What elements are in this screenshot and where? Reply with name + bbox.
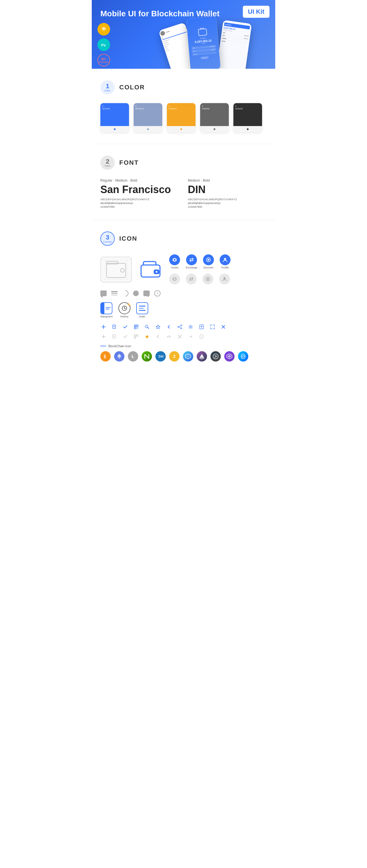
icon-section: 3 THREE ICON: [92, 220, 275, 373]
svg-marker-59: [228, 355, 231, 358]
font-section-header: 2 TWO FONT: [101, 156, 266, 170]
svg-rect-33: [137, 328, 137, 329]
zcash-icon: Z: [169, 351, 179, 362]
check-gray-icon: [122, 334, 129, 340]
blockchain-text: BlockChain Icon: [108, 344, 131, 348]
svg-point-49: [201, 336, 202, 336]
font-din-numbers: 1234567890: [188, 206, 266, 208]
star-icon: [155, 324, 161, 330]
svg-point-19: [174, 278, 175, 280]
svg-rect-31: [137, 327, 137, 328]
svg-point-18: [224, 258, 226, 260]
font-sf-numbers: 1234567890: [101, 206, 179, 208]
info-gray-icon: [198, 334, 205, 340]
svg-rect-43: [135, 335, 135, 336]
screens-badge: 60+ Screens: [97, 54, 110, 66]
font-section: 2 TWO FONT Regular · Medium · Bold San F…: [92, 144, 275, 220]
management-icon: [101, 302, 112, 314]
discover-gray-col: [202, 274, 213, 284]
order-icon-col: Order: [136, 302, 148, 318]
sketch-badge: [97, 23, 110, 35]
svg-point-38: [181, 328, 182, 329]
qr-icon: [133, 324, 139, 330]
history-icon-col: History: [118, 302, 131, 318]
wallet-icon-grid: [101, 257, 132, 282]
section-number-1: 1 ONE: [101, 80, 115, 95]
stack-icon: [111, 291, 117, 296]
font-din-name: DIN: [188, 184, 266, 196]
font-sf-lowercase: abcdefghijklmnopqrstuvwxyz: [101, 202, 179, 205]
discover-label: Discover: [204, 266, 214, 269]
chevron-left-icon: [166, 324, 172, 330]
order-label: Order: [139, 315, 145, 318]
wallet-icon-blue-container: [138, 258, 163, 281]
svg-rect-45: [137, 335, 138, 336]
svg-text:Ł: Ł: [132, 354, 134, 359]
svg-point-17: [207, 259, 209, 261]
assets-gray-col: [169, 274, 180, 284]
swatch-grayblue: #8DA0C8: [134, 103, 162, 132]
arweave-icon: [197, 351, 207, 362]
arrows-gray-icon: [166, 334, 172, 340]
ps-badge: Ps: [97, 38, 110, 51]
order-icon: [136, 302, 148, 314]
svg-text:DASH: DASH: [159, 355, 164, 358]
grid-icon: [183, 351, 193, 362]
swatch-dark: #303030: [233, 103, 262, 132]
icon-title: ICON: [119, 235, 137, 242]
gear-icon: [188, 324, 194, 330]
arrow-right-gray-icon: [188, 334, 194, 340]
ethereum-icon: [114, 351, 124, 362]
nav-icons-row-2: [169, 274, 230, 284]
svg-rect-26: [135, 326, 135, 326]
swatch-orange: #F5A623: [167, 103, 196, 132]
doc-plus-icon: [111, 324, 117, 330]
svg-text:Z: Z: [173, 354, 176, 359]
litecoin-icon: Ł: [128, 351, 138, 362]
exchange-gray-icon: [186, 274, 197, 284]
font-din-uppercase: ABCDEFGHIJKLMNOPQRSTUVWXYZ: [188, 198, 266, 201]
chat-icon: [101, 290, 107, 296]
profile-icon-col: Profile: [220, 254, 230, 269]
color-section: 1 ONE COLOR #3574FA #8DA0C8 #F5A623 #666…: [92, 69, 275, 144]
discover-icon-col: Discover: [203, 254, 214, 269]
phone-3: myWallet 6,297,502.12 12-298 ● 12-313 BT…: [217, 20, 252, 69]
check-icon: [122, 324, 129, 330]
swatch-gray: #666666: [200, 103, 229, 132]
chevron-gray-icon: [155, 334, 161, 340]
misc-icon-row: i: [101, 290, 266, 297]
phone-mockups: Profile AI Management Message Red Card N…: [163, 4, 273, 69]
color-swatches: #3574FA #8DA0C8 #F5A623 #666666 #303030: [101, 103, 266, 132]
section-number-3: 3 THREE: [101, 231, 115, 246]
doc-gray-icon: [111, 334, 117, 340]
svg-text:₿: ₿: [104, 354, 106, 359]
assets-label: Assets: [171, 266, 178, 269]
management-icon-col: Mangment: [101, 302, 113, 318]
svg-point-21: [207, 278, 209, 280]
neo-icon: [142, 351, 152, 362]
history-icon: [118, 302, 131, 314]
svg-rect-47: [135, 337, 135, 338]
assets-gray-icon: [169, 274, 180, 284]
bottom-icon-row: Mangment History Order: [101, 302, 266, 318]
profile-label: Profile: [221, 266, 229, 269]
svg-point-11: [120, 269, 124, 272]
badge-list: Ps 60+ Screens: [97, 23, 110, 66]
font-din-lowercase: abcdefghijklmnopqrstuvwxyz: [188, 202, 266, 205]
small-icons-blue-row: [101, 324, 266, 330]
blockchain-line: [101, 346, 106, 346]
discover-gray-icon: [202, 274, 213, 284]
profile-icon: [220, 254, 230, 265]
swatch-blue: #3574FA: [101, 103, 129, 132]
hero-section: Mobile UI for Blockchain Wallet UI Kit P…: [92, 0, 275, 69]
exchange-gray-col: [186, 274, 197, 284]
svg-rect-10: [107, 261, 118, 264]
blockchain-icon-label-row: BlockChain Icon: [101, 344, 266, 348]
speech-bubble-icon: [143, 290, 150, 296]
profile-gray-icon: [219, 274, 230, 284]
svg-point-14: [156, 271, 158, 273]
font-grid: Regular · Medium · Bold San Francisco AB…: [101, 179, 266, 208]
svg-rect-32: [138, 327, 138, 328]
assets-icon: [169, 254, 180, 265]
nav-icons-row-1: Assets Exchange: [169, 254, 230, 269]
